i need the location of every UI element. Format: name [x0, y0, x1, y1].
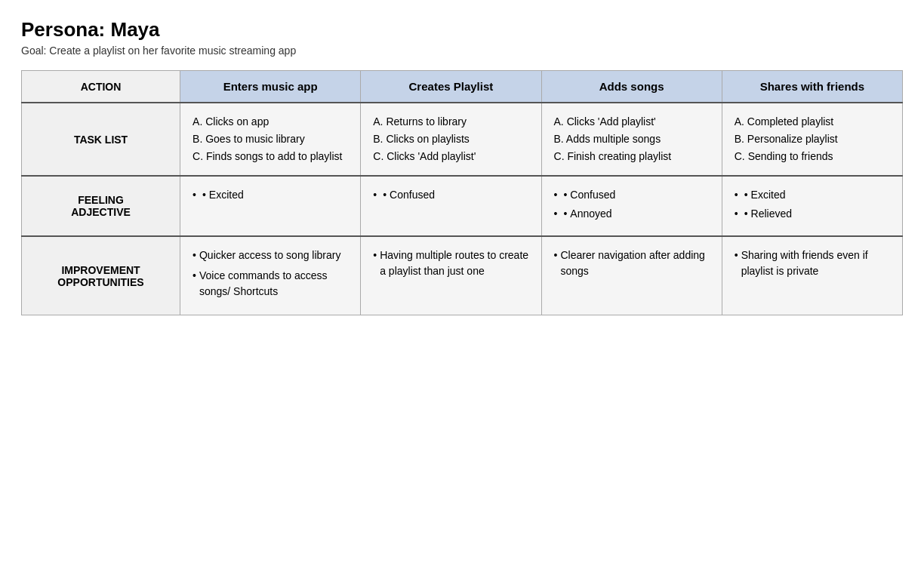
col-header-4: Shares with friends [722, 71, 902, 103]
list-item: • Excited [735, 187, 890, 203]
task-list-label: TASK LIST [22, 103, 180, 176]
improvement-cell-1: • Quicker access to song library• Voice … [180, 236, 361, 315]
improvement-cell-2: • Having multiple routes to create a pla… [361, 236, 541, 315]
list-item: • Sharing with friends even if playlist … [735, 247, 890, 279]
feeling-cell-4: • Excited• Relieved [722, 176, 902, 236]
feeling-row: FEELINGADJECTIVE • Excited • Confused • … [22, 176, 903, 236]
journey-map-table: ACTION Enters music app Creates Playlist… [21, 70, 903, 315]
feeling-cell-2: • Confused [361, 176, 541, 236]
list-item: • Confused [373, 187, 528, 203]
improvement-row: IMPROVEMENTOPPORTUNITIES • Quicker acces… [22, 236, 903, 315]
page-subtitle: Goal: Create a playlist on her favorite … [21, 45, 903, 57]
list-item: • Having multiple routes to create a pla… [373, 247, 528, 279]
list-item: • Clearer navigation after adding songs [554, 247, 710, 279]
task-cell-4: A. Completed playlistB. Personalize play… [722, 103, 902, 176]
col-header-2: Creates Playlist [361, 71, 541, 103]
col-header-3: Adds songs [541, 71, 722, 103]
feeling-label: FEELINGADJECTIVE [22, 176, 180, 236]
list-item: • Confused [554, 187, 710, 203]
col-header-1: Enters music app [180, 71, 361, 103]
list-item: • Excited [192, 187, 348, 203]
improvement-cell-3: • Clearer navigation after adding songs [541, 236, 722, 315]
feeling-cell-3: • Confused• Annoyed [541, 176, 722, 236]
page-title: Persona: Maya [21, 18, 903, 42]
task-list-row: TASK LIST A. Clicks on appB. Goes to mus… [22, 103, 903, 176]
task-cell-1: A. Clicks on appB. Goes to music library… [180, 103, 361, 176]
improvement-label: IMPROVEMENTOPPORTUNITIES [22, 236, 180, 315]
list-item: • Quicker access to song library [192, 247, 348, 263]
list-item: • Annoyed [554, 206, 710, 222]
feeling-cell-1: • Excited [180, 176, 361, 236]
list-item: • Relieved [735, 206, 890, 222]
task-cell-3: A. Clicks 'Add playlist'B. Adds multiple… [541, 103, 722, 176]
improvement-cell-4: • Sharing with friends even if playlist … [722, 236, 902, 315]
action-header: ACTION [22, 71, 180, 103]
task-cell-2: A. Returns to libraryB. Clicks on playli… [361, 103, 541, 176]
list-item: • Voice commands to access songs/ Shortc… [192, 268, 348, 300]
